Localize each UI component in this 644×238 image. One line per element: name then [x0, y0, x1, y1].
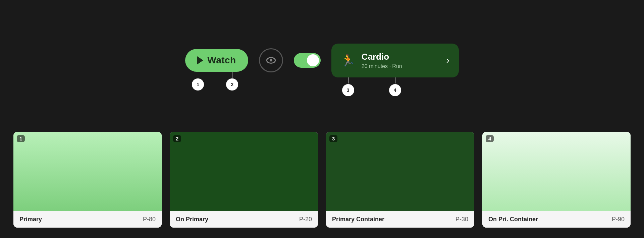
swatch-code-3: P-30: [455, 216, 468, 223]
swatch-number-3: 3: [329, 135, 337, 142]
swatch-color-3: [326, 132, 474, 211]
swatch-section: 1 Primary P-80 2 On Primary P-20 3 Prima…: [0, 121, 644, 238]
swatch-number-1: 1: [17, 135, 25, 142]
top-section: Watch 1 2 🏃 Cardio 20 minutes · Run › 3 …: [0, 0, 644, 121]
connector-line-2: [232, 72, 232, 78]
swatch-label-3: Primary Container: [332, 216, 384, 223]
annotation-dot-3: 3: [342, 84, 354, 96]
swatch-code-4: P-90: [612, 216, 625, 223]
swatch-code-2: P-20: [299, 216, 312, 223]
swatch-bottom-4: On Pri. Container P-90: [482, 211, 631, 228]
connector-line-4: [395, 77, 395, 83]
swatch-label-4: On Pri. Container: [488, 216, 538, 223]
swatch-card-1: 1 Primary P-80: [13, 132, 162, 228]
toggle-switch[interactable]: [294, 53, 321, 68]
swatch-code-1: P-80: [143, 216, 156, 223]
watch-button-wrapper: Watch 1 2: [185, 49, 248, 72]
connector-line-3: [348, 77, 348, 83]
eye-button[interactable]: [259, 48, 283, 72]
connector-line-1: [198, 72, 198, 78]
swatch-color-1: [13, 132, 162, 211]
swatch-label-2: On Primary: [176, 216, 208, 223]
cardio-title: Cardio: [362, 52, 440, 62]
play-icon: [197, 56, 203, 64]
annotation-dot-4: 4: [389, 84, 401, 96]
swatch-bottom-1: Primary P-80: [13, 211, 162, 228]
swatch-number-2: 2: [173, 135, 181, 142]
swatch-color-2: [170, 132, 318, 211]
annotation-dot-1: 1: [192, 78, 204, 91]
swatch-label-1: Primary: [19, 216, 42, 223]
swatch-card-3: 3 Primary Container P-30: [326, 132, 474, 228]
swatch-color-4: [482, 132, 631, 211]
cardio-info: Cardio 20 minutes · Run: [362, 52, 440, 69]
cardio-card[interactable]: 🏃 Cardio 20 minutes · Run › 3 4: [331, 44, 459, 77]
eye-icon: [265, 55, 277, 66]
cardio-subtitle: 20 minutes · Run: [362, 63, 440, 69]
swatch-card-4: 4 On Pri. Container P-90: [482, 132, 631, 228]
svg-point-1: [270, 59, 272, 61]
annotation-dot-2: 2: [226, 78, 238, 91]
swatch-bottom-3: Primary Container P-30: [326, 211, 474, 228]
runner-icon: 🏃: [341, 54, 355, 67]
swatch-number-4: 4: [486, 135, 494, 142]
watch-label: Watch: [207, 55, 236, 66]
swatch-bottom-2: On Primary P-20: [170, 211, 318, 228]
swatch-card-2: 2 On Primary P-20: [170, 132, 318, 228]
watch-button[interactable]: Watch: [185, 49, 248, 72]
toggle-knob: [307, 54, 319, 66]
chevron-right-icon: ›: [446, 55, 449, 66]
